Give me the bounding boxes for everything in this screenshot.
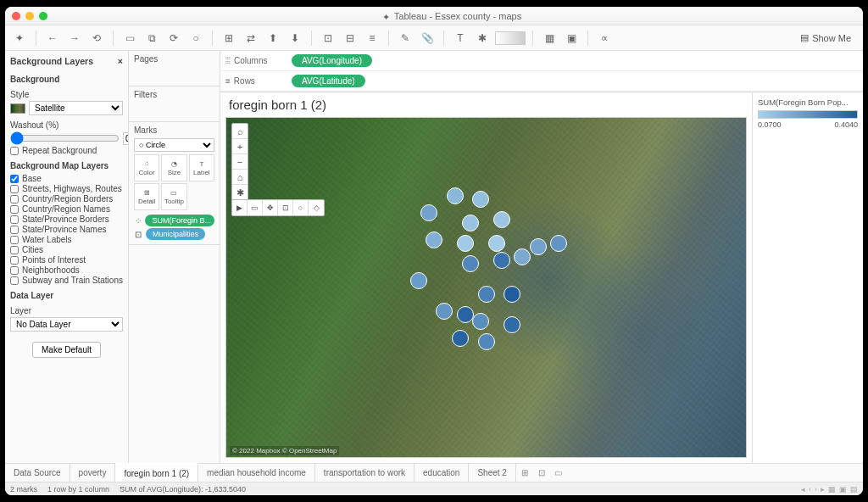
layer-checkbox[interactable]: Country/Region Names	[10, 204, 123, 214]
map-bubble[interactable]	[504, 286, 520, 303]
columns-pill[interactable]: AVG(Longitude)	[292, 54, 372, 67]
style-select[interactable]: Satellite	[29, 101, 123, 115]
sort-asc-icon[interactable]: ⬆	[264, 29, 282, 47]
sort-desc-icon[interactable]: ⬇	[286, 29, 304, 47]
map-bubble[interactable]	[462, 255, 479, 272]
minimize-icon[interactable]	[25, 12, 34, 20]
sheet-tab[interactable]: poverty	[70, 464, 116, 482]
close-icon[interactable]	[12, 12, 20, 20]
map-bubble[interactable]	[530, 238, 547, 255]
device-icon[interactable]: ▣	[562, 29, 581, 47]
map-bubble[interactable]	[452, 330, 469, 347]
map-bubble[interactable]	[493, 252, 510, 269]
map-bubble[interactable]	[504, 316, 520, 333]
zoom-search-icon[interactable]: ⌕	[232, 124, 248, 139]
sheet-tab[interactable]: transportation to work	[315, 464, 415, 482]
map-bubble[interactable]	[457, 306, 474, 323]
map-bubble[interactable]	[472, 191, 489, 208]
map-bubble[interactable]	[462, 215, 479, 231]
tableau-icon[interactable]: ✦	[10, 29, 29, 47]
swap-icon[interactable]: ⇄	[242, 29, 260, 47]
clear-icon[interactable]: ⟳	[164, 29, 183, 47]
undo-icon[interactable]: ⟲	[87, 29, 106, 47]
color-legend[interactable]: SUM(Foregin Born Pop... 0.0700 0.4040	[753, 92, 863, 463]
sheet-tab[interactable]: Sheet 2	[469, 464, 515, 482]
show-me-button[interactable]: ▤ Show Me	[800, 32, 858, 43]
map-bubble[interactable]	[550, 235, 567, 252]
map-bubble[interactable]	[457, 235, 474, 252]
layer-checkbox[interactable]: Base	[10, 174, 123, 183]
sheet-tab[interactable]: median household income	[198, 464, 315, 482]
zoom-in-icon[interactable]: +	[232, 139, 248, 154]
pages-shelf[interactable]: Pages	[134, 54, 214, 64]
marks-pill-sum[interactable]: SUM(Foregin B...	[145, 215, 214, 226]
rect-select-icon[interactable]: ▭	[248, 200, 263, 215]
poly-select-icon[interactable]: ◇	[309, 200, 324, 215]
back-icon[interactable]: ←	[43, 29, 62, 47]
rows-pill[interactable]: AVG(Latitude)	[292, 75, 365, 87]
presentation-icon[interactable]: ▦	[540, 29, 559, 47]
map-bubble[interactable]	[472, 313, 489, 330]
map-bubble[interactable]	[514, 248, 531, 265]
washout-slider[interactable]	[10, 131, 120, 145]
map-bubble[interactable]	[478, 286, 495, 303]
rows-shelf[interactable]: ≡Rows AVG(Latitude)	[220, 71, 863, 92]
new-worksheet-icon[interactable]: ▭	[120, 29, 139, 47]
new-data-icon[interactable]: ⊞	[220, 29, 238, 47]
detail-button[interactable]: ⊞Detail	[134, 183, 159, 210]
layer-checkbox[interactable]: Water Labels	[10, 235, 123, 244]
layer-checkbox[interactable]: Cities	[10, 245, 123, 254]
forward-icon[interactable]: →	[65, 29, 84, 47]
layer-checkbox[interactable]: Subway and Train Stations	[10, 276, 123, 285]
close-panel-icon[interactable]: ×	[118, 56, 123, 66]
size-button[interactable]: ◔Size	[161, 154, 186, 181]
layer-checkbox[interactable]: Neighborhoods	[10, 265, 123, 275]
new-dashboard-tab-icon[interactable]: ⊡	[533, 464, 550, 482]
label-button[interactable]: TLabel	[189, 154, 214, 181]
fit-icon[interactable]: ✱	[473, 29, 492, 47]
attach-icon[interactable]: 📎	[418, 29, 437, 47]
lasso-select-icon[interactable]: ○	[293, 200, 309, 215]
zoom-pin-icon[interactable]: ✱	[232, 185, 248, 200]
maximize-icon[interactable]	[39, 12, 47, 20]
map-bubble[interactable]	[478, 333, 495, 350]
map-view[interactable]: ⌕ + − ⌂ ✱ ▶ ▭ ✥ ⊡ ○ ◇	[225, 117, 747, 458]
fit-dropdown[interactable]	[495, 31, 526, 45]
mark-type-select[interactable]: ○ Circle	[134, 138, 214, 152]
columns-shelf[interactable]: ⦙⦙⦙Columns AVG(Longitude)	[220, 51, 863, 71]
layer-checkbox[interactable]: State/Province Borders	[10, 215, 123, 224]
layer-checkbox[interactable]: Streets, Highways, Routes	[10, 184, 123, 193]
new-worksheet-tab-icon[interactable]: ⊞	[516, 464, 533, 482]
new-story-tab-icon[interactable]: ▭	[550, 464, 567, 482]
layer-checkbox[interactable]: Country/Region Borders	[10, 194, 123, 204]
filters-shelf[interactable]: Filters	[134, 90, 214, 99]
map-bubble[interactable]	[426, 231, 442, 248]
radial-select-icon[interactable]: ⊡	[278, 200, 293, 215]
text-icon[interactable]: T	[451, 29, 470, 47]
duplicate-icon[interactable]: ⧉	[142, 29, 161, 47]
highlight-icon[interactable]: ✎	[396, 29, 415, 47]
repeat-background-checkbox[interactable]: Repeat Background	[10, 146, 123, 155]
tooltip-button[interactable]: ▭Tooltip	[161, 183, 186, 210]
show-hide-icon[interactable]: ≡	[363, 29, 381, 47]
sheet-tab[interactable]: education	[415, 464, 469, 482]
make-default-button[interactable]: Make Default	[32, 342, 101, 358]
share-icon[interactable]: ∝	[595, 29, 614, 47]
data-layer-select[interactable]: No Data Layer	[10, 317, 123, 332]
marks-pill-municipalities[interactable]: Municipalities	[146, 228, 205, 240]
map-bubble[interactable]	[436, 303, 453, 320]
map-bubble[interactable]	[488, 235, 505, 252]
viz-title[interactable]: foregin born 1 (2)	[220, 92, 752, 117]
zoom-out-icon[interactable]: −	[232, 154, 248, 170]
zoom-home-icon[interactable]: ⌂	[232, 170, 248, 185]
map-bubble[interactable]	[447, 187, 464, 204]
data-source-tab[interactable]: Data Source	[5, 464, 70, 482]
color-button[interactable]: ⁘Color	[134, 154, 159, 181]
map-bubble[interactable]	[410, 272, 427, 289]
point-select-icon[interactable]: ✥	[263, 200, 278, 215]
pan-icon[interactable]: ▶	[232, 200, 248, 215]
washout-input[interactable]	[123, 132, 129, 145]
layer-checkbox[interactable]: State/Province Names	[10, 225, 123, 234]
group-icon[interactable]: ⊡	[319, 29, 337, 47]
map-bubble[interactable]	[420, 204, 437, 221]
